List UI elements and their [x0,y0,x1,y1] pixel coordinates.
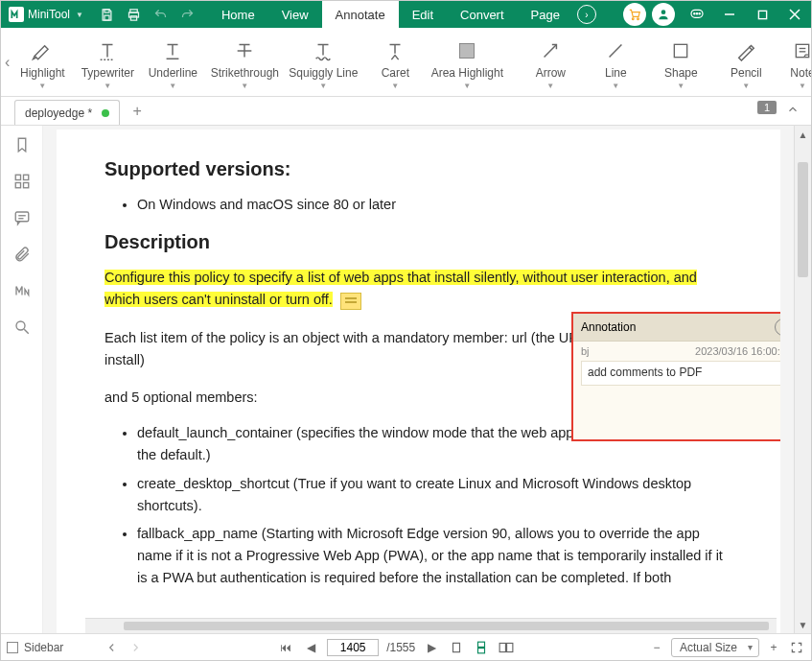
annotation-text[interactable]: add comments to PDF [581,361,780,386]
app-dropdown-icon[interactable]: ▼ [76,11,83,19]
tool-arrow[interactable]: Arrow▼ [518,35,583,89]
document-viewport[interactable]: Supported versions: On Windows and macOS… [43,126,794,633]
menu-tabs: Home View Annotate Edit Convert Page [208,1,573,28]
svg-rect-20 [460,43,475,58]
label: Highlight [20,66,65,80]
comments-icon[interactable] [12,208,32,227]
tab-edit[interactable]: Edit [399,1,447,28]
page-total: /1555 [386,641,415,654]
svg-line-22 [610,44,622,57]
svg-point-12 [699,13,700,14]
more-tabs-icon[interactable]: › [577,5,596,24]
nav-back-button[interactable] [104,639,121,656]
view-continuous-icon[interactable] [473,639,490,656]
label: Note [790,66,812,80]
new-tab-button[interactable]: + [126,100,149,123]
svg-point-34 [16,321,25,330]
svg-line-21 [545,44,557,57]
svg-point-10 [694,13,695,14]
app-logo: MiniTool ▼ [1,7,91,22]
svg-rect-29 [15,183,20,188]
sidebar-checkbox[interactable] [7,642,18,653]
search-icon[interactable] [12,318,32,337]
tool-note[interactable]: Note▼ [790,35,812,89]
label: Line [605,66,627,80]
tool-pencil[interactable]: Pencil▼ [713,35,778,89]
label: Typewriter [81,66,134,80]
highlighted-text[interactable]: Configure this policy to specify a list … [104,270,697,307]
list-item: create_desktop_shortcut (True if you wan… [137,473,732,517]
tab-home[interactable]: Home [208,1,268,28]
label: Squiggly Line [289,66,358,80]
horizontal-scrollbar[interactable] [85,618,777,633]
tool-line[interactable]: Line▼ [583,35,648,89]
tab-page[interactable]: Page [518,1,573,28]
view-single-icon[interactable] [448,639,465,656]
close-button[interactable] [778,1,811,28]
feedback-button[interactable] [681,1,713,28]
titlebar-right [623,1,811,28]
scrollbar-thumb[interactable] [798,162,808,277]
zoom-select[interactable]: Actual Size [671,638,759,657]
unsaved-indicator-icon [102,109,109,117]
tab-convert[interactable]: Convert [447,1,518,28]
zoom-in-button[interactable]: + [765,639,782,656]
status-bar: Sidebar ⏮ ◀ /1555 ▶ − Actual Size + [1,633,811,660]
tool-underline[interactable]: Underline▼ [140,35,205,89]
fullscreen-button[interactable] [788,639,805,656]
svg-point-7 [638,18,639,20]
app-name: MiniTool [28,8,70,21]
next-page-button[interactable]: ▶ [423,639,440,656]
svg-rect-30 [23,183,28,188]
svg-rect-40 [507,643,513,651]
annotation-author: bj [581,345,590,357]
undo-button[interactable] [149,2,174,27]
label: Arrow [536,66,566,80]
nav-forward-button[interactable] [127,639,144,656]
minimize-button[interactable] [713,1,746,28]
svg-rect-2 [104,15,109,20]
collapse-ribbon-icon[interactable] [786,103,800,116]
note-annotation-icon[interactable] [340,293,361,310]
bookmarks-icon[interactable] [12,135,32,154]
tool-shape[interactable]: Shape▼ [648,35,713,89]
annotation-popup[interactable]: Annotation ✕ bj 2023/03/16 16:00:37 add … [571,312,780,441]
thumbnails-icon[interactable] [12,172,32,191]
scroll-down-icon[interactable]: ▼ [795,616,811,633]
tab-annotate[interactable]: Annotate [322,1,399,28]
tool-strikethrough[interactable]: Strikethrough▼ [205,35,284,89]
svg-rect-36 [453,643,460,651]
annotation-close-button[interactable]: ✕ [775,319,780,336]
vertical-scrollbar[interactable]: ▲ ▼ [794,126,811,633]
zoom-out-button[interactable]: − [648,639,665,656]
tab-view[interactable]: View [268,1,322,28]
cart-button[interactable] [623,3,646,26]
tool-typewriter[interactable]: Typewriter▼ [75,35,140,89]
label: Underline [149,66,197,80]
side-rail [1,126,43,633]
tool-area-highlight[interactable]: Area Highlight▼ [428,35,506,89]
prev-page-button[interactable]: ◀ [302,639,319,656]
scroll-up-icon[interactable]: ▲ [795,126,811,143]
attachments-icon[interactable] [12,245,32,264]
sidebar-label[interactable]: Sidebar [24,641,63,654]
label: Pencil [731,66,762,80]
svg-rect-39 [499,643,505,651]
tool-squiggly[interactable]: Squiggly Line▼ [284,35,362,89]
save-button[interactable] [95,2,120,27]
account-button[interactable] [652,3,675,26]
label: Caret [382,66,409,80]
page-number-input[interactable] [327,639,379,656]
tool-caret[interactable]: Caret▼ [362,35,428,89]
document-tab[interactable]: deployedge * [14,100,120,125]
view-facing-icon[interactable] [498,639,515,656]
first-page-button[interactable]: ⏮ [277,639,294,656]
ocr-icon[interactable] [12,281,32,300]
print-button[interactable] [122,2,147,27]
svg-rect-23 [675,44,687,57]
tool-highlight[interactable]: Highlight▼ [10,35,75,89]
maximize-button[interactable] [746,1,778,28]
svg-rect-28 [23,175,28,179]
redo-button[interactable] [175,2,200,27]
app-logo-icon [9,7,24,22]
